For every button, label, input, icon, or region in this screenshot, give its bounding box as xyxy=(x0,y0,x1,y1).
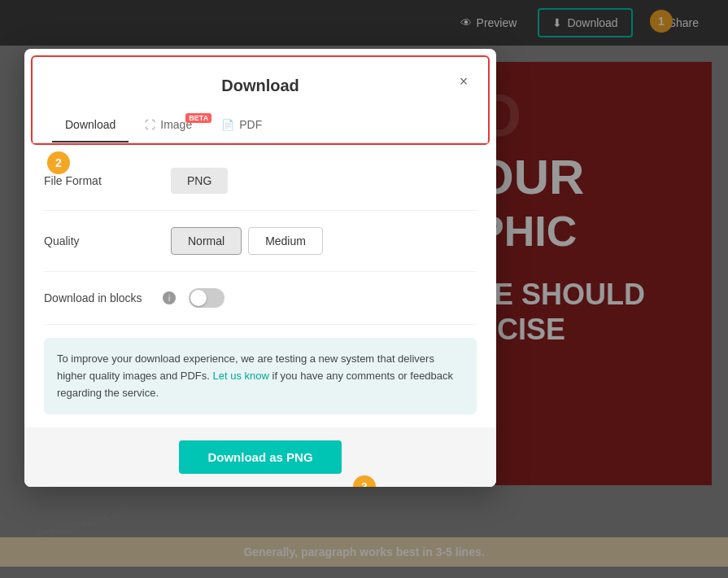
tab-download[interactable]: Download xyxy=(52,108,129,142)
download-modal: Download × Download ⛶ Image BETA 📄 PDF xyxy=(24,49,496,487)
step-2-number: 2 xyxy=(55,156,62,169)
pdf-tab-icon: 📄 xyxy=(221,119,234,131)
png-button[interactable]: PNG xyxy=(171,168,228,194)
step-2-indicator: 2 xyxy=(47,151,70,174)
quality-controls: Normal Medium xyxy=(171,227,323,255)
modal-header: Download × xyxy=(33,57,488,95)
quality-row: Quality Normal Medium xyxy=(44,211,477,272)
download-blocks-row: Download in blocks i xyxy=(44,272,477,325)
file-format-controls: PNG xyxy=(171,168,228,194)
pdf-tab-label: PDF xyxy=(239,118,262,131)
download-as-png-button[interactable]: Download as PNG xyxy=(179,440,342,474)
image-tab-icon: ⛶ xyxy=(145,119,155,131)
download-tab-label: Download xyxy=(65,118,116,131)
step-3-number: 3 xyxy=(361,480,368,487)
quality-medium-button[interactable]: Medium xyxy=(248,227,323,255)
quality-normal-button[interactable]: Normal xyxy=(171,227,242,255)
download-blocks-label: Download in blocks xyxy=(44,291,158,304)
let-us-know-link[interactable]: Let us know xyxy=(213,370,272,382)
tab-pdf[interactable]: 📄 PDF xyxy=(208,108,275,142)
info-box: To improve your download experience, we … xyxy=(44,338,477,414)
modal-body: File Format PNG Quality Normal Medium xyxy=(24,151,496,414)
file-format-row: File Format PNG xyxy=(44,151,477,211)
modal-header-outline: Download × Download ⛶ Image BETA 📄 PDF xyxy=(31,55,490,145)
modal-footer: Download as PNG xyxy=(24,427,496,487)
download-blocks-label-group: Download in blocks i xyxy=(44,291,176,304)
download-blocks-toggle[interactable] xyxy=(189,288,225,308)
modal-overlay: 2 Download × Download ⛶ Image BETA xyxy=(0,0,728,578)
modal-tabs: Download ⛶ Image BETA 📄 PDF xyxy=(33,108,488,143)
quality-label: Quality xyxy=(44,234,158,247)
file-format-label: File Format xyxy=(44,174,158,187)
modal-close-button[interactable]: × xyxy=(452,70,475,93)
modal-title: Download xyxy=(52,77,469,95)
info-icon[interactable]: i xyxy=(163,291,176,304)
tab-image[interactable]: ⛶ Image BETA xyxy=(132,108,205,142)
